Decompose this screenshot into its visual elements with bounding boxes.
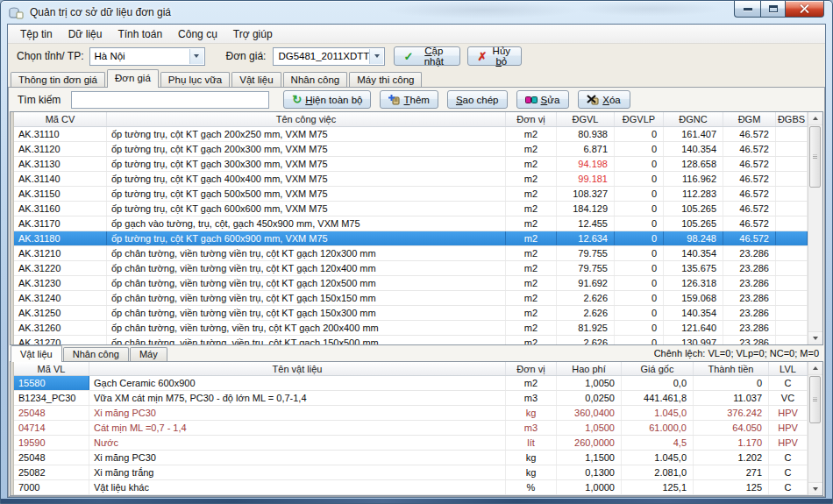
job-row[interactable]: AK.31140ốp tường trụ, cột KT gạch 400x40… (14, 172, 808, 187)
search-input[interactable] (71, 91, 269, 109)
job-row[interactable]: AK.31160ốp tường trụ, cột KT gạch 600x60… (14, 202, 808, 217)
column-header-ten-vat-lieu[interactable]: Tên vật liệu (89, 362, 506, 375)
column-header-gia-goc[interactable]: Giá gốc (622, 362, 694, 375)
material-row[interactable]: 19590Nướclít260,00004,51.170HPV (14, 436, 808, 451)
scroll-down-button[interactable] (808, 331, 822, 344)
job-row[interactable]: AK.31210ốp chân tường, viền tường viền t… (14, 246, 808, 261)
material-row-unit-cell: kg (506, 406, 557, 420)
job-row-dgnc-cell: 130.997 (664, 336, 723, 344)
detail-tab-nhan-cong[interactable]: Nhân công (63, 347, 129, 361)
job-row-dgvl-cell: 81.925 (557, 321, 615, 335)
column-header-dgvl[interactable]: ĐGVL (557, 112, 615, 126)
job-row-dgnc-cell: 105.265 (664, 202, 723, 216)
job-row-dgvlp-cell: 0 (615, 291, 664, 305)
unit-price-combobox[interactable]: DG5481_2011XDTT (273, 47, 385, 66)
job-row-dgm-cell: 23.286 (723, 276, 776, 290)
job-row-name-cell: ốp gạch vào tường, trụ, cột, gạch 450x90… (107, 217, 506, 231)
tab-nhan-cong[interactable]: Nhân công (283, 72, 348, 87)
material-row-thanhtien-cell: 125 (694, 480, 769, 494)
column-header-dgnc[interactable]: ĐGNC (664, 112, 723, 126)
column-header-don-vi[interactable]: Đơn vị (506, 362, 557, 375)
job-row[interactable]: AK.31170ốp gạch vào tường, trụ, cột, gạc… (14, 217, 808, 231)
minimize-button[interactable] (734, 1, 760, 18)
column-header-don-vi[interactable]: Đơn vị (506, 112, 557, 126)
job-row-dgbs-cell (776, 306, 808, 320)
job-row[interactable]: AK.31230ốp chân tường, viền tường viền t… (14, 276, 808, 291)
maximize-button[interactable] (760, 1, 786, 18)
job-row[interactable]: AK.31220ốp chân tường, viền tường viền t… (14, 261, 808, 276)
material-row-code-cell: 25048 (14, 406, 89, 420)
job-row-dgnc-cell: 105.265 (664, 217, 723, 231)
job-row[interactable]: AK.31250ốp chân tường, viền tường viền t… (14, 306, 808, 321)
menu-item-tep-tin[interactable]: Tệp tin (12, 25, 61, 43)
job-row-name-cell: ốp chân tường, viền tường, viền trụ, cột… (107, 321, 506, 335)
province-combobox[interactable]: Hà Nội (89, 47, 205, 66)
menu-item-tro-giup[interactable]: Trợ giúp (225, 25, 281, 43)
material-row[interactable]: 04714Cát mịn ML =0,7 - 1,4m31,050061.000… (14, 421, 808, 436)
jobs-grid: Mã CV Tên công việc Đơn vị ĐGVL ĐGVLP ĐG… (10, 111, 823, 345)
material-row[interactable]: 25082Xi măng trắngkg0,13002.081,0271C (14, 465, 808, 480)
column-header-ma-vl[interactable]: Mã VL (14, 362, 89, 375)
delete-button[interactable]: Xóa (578, 90, 630, 109)
job-row-code-cell: AK.31260 (14, 321, 107, 335)
scroll-down-button[interactable] (808, 482, 822, 495)
tab-may-thi-cong[interactable]: Máy thi công (349, 72, 422, 87)
column-header-dgm[interactable]: ĐGM (723, 112, 776, 126)
menu-item-cong-cu[interactable]: Công cụ (170, 25, 225, 43)
job-row[interactable]: AK.31150ốp tường trụ, cột KT gạch 500x50… (14, 187, 808, 202)
job-row-dgm-cell: 46.572 (723, 172, 776, 186)
job-row-dgvl-cell: 2.626 (557, 291, 615, 305)
jobs-scrollbar[interactable] (808, 112, 822, 344)
detail-tab-vat-lieu[interactable]: Vật liệu (11, 345, 62, 362)
job-row[interactable]: AK.31270ốp chân tường, viền tường, viền … (14, 336, 808, 344)
check-icon: ✓ (403, 51, 413, 62)
detail-tab-may[interactable]: Máy (130, 347, 167, 361)
scroll-thumb[interactable] (809, 376, 821, 423)
material-row-lvl-cell: VC (769, 391, 808, 405)
tab-vat-lieu[interactable]: Vật liệu (231, 72, 281, 87)
job-row-dgvlp-cell: 0 (615, 261, 664, 275)
material-row[interactable]: 25048Xi măng PC30kg1,15001.045,01.202C (14, 451, 808, 465)
materials-scrollbar[interactable] (808, 362, 822, 495)
tab-don-gia[interactable]: Đơn giá (107, 69, 159, 88)
column-header-lvl[interactable]: LVL (769, 362, 808, 375)
material-row-lvl-cell: C (769, 465, 808, 479)
menu-item-du-lieu[interactable]: Dữ liệu (61, 25, 110, 43)
copy-button[interactable]: Sao chép (447, 90, 508, 109)
material-row[interactable]: 7000Vật liệu khác%1,0000125,1125C (14, 480, 808, 495)
menu-item-tinh-toan[interactable]: Tính toán (110, 25, 170, 43)
scroll-thumb[interactable] (809, 126, 821, 188)
column-header-ten-cong-viec[interactable]: Tên công việc (107, 112, 506, 126)
materials-grid: Mã VL Tên vật liệu Đơn vị Hao phí Giá gố… (10, 361, 823, 496)
job-row[interactable]: AK.31240ốp chân tường, viền tường viền t… (14, 291, 808, 306)
scroll-up-button[interactable] (808, 112, 822, 125)
material-row[interactable]: B1234_PC30Vữa XM cát mịn M75, PC30 - độ … (14, 391, 808, 406)
job-row[interactable]: AK.31120ốp tường trụ, cột KT gạch 200x30… (14, 142, 808, 157)
material-row-giagoc-cell: 1.045,0 (622, 406, 694, 420)
job-row-dgm-cell: 46.572 (723, 127, 776, 141)
material-row-giagoc-cell: 125,1 (622, 480, 694, 494)
job-row-dgbs-cell (776, 261, 808, 275)
tab-thong-tin-don-gia[interactable]: Thông tin đơn giá (11, 72, 105, 87)
column-header-dgbs[interactable]: ĐGBS (776, 112, 808, 126)
add-button[interactable]: Thêm (380, 90, 438, 109)
job-row[interactable]: AK.31110ốp tường trụ, cột KT gạch 200x25… (14, 127, 808, 142)
job-row[interactable]: AK.31260ốp chân tường, viền tường, viền … (14, 321, 808, 336)
job-row[interactable]: AK.31180ốp tường trụ, cột KT gạch 600x90… (14, 231, 808, 246)
job-row-dgm-cell: 46.572 (723, 142, 776, 156)
tab-phu-luc-vua[interactable]: Phụ lục vữa (160, 72, 230, 87)
job-row[interactable]: AK.31130ốp tường trụ, cột KT gạch 300x30… (14, 157, 808, 172)
column-header-thanh-tien[interactable]: Thành tiền (694, 362, 769, 375)
column-header-hao-phi[interactable]: Hao phí (557, 362, 622, 375)
material-row[interactable]: 25048Xi măng PC30kg360,04001.045,0376.24… (14, 406, 808, 421)
material-row[interactable]: 15580Gạch Ceramic 600x900m21,00500,00C (14, 376, 808, 391)
cancel-button[interactable]: ✗ Hủy bỏ (467, 46, 522, 66)
job-row-unit-cell: m2 (506, 261, 557, 275)
scroll-up-button[interactable] (808, 362, 822, 375)
close-button[interactable] (786, 1, 824, 18)
show-all-button[interactable]: ↻ Hiện toàn bộ (283, 90, 371, 109)
column-header-ma-cv[interactable]: Mã CV (14, 112, 107, 126)
edit-button[interactable]: Sửa (516, 90, 569, 109)
update-button[interactable]: ✓ Cập nhật (394, 46, 460, 66)
column-header-dgvlp[interactable]: ĐGVLP (615, 112, 664, 126)
